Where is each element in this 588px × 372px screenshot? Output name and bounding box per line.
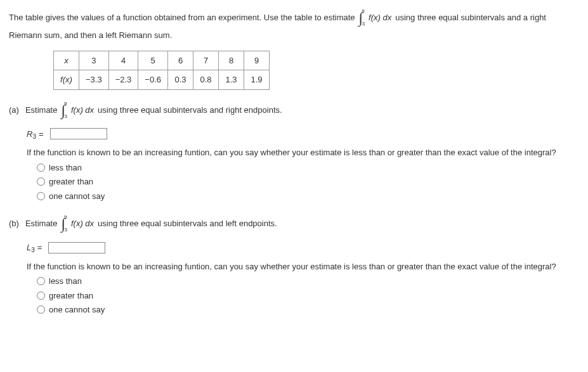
- estimate-text-b: Estimate: [25, 217, 58, 230]
- r3-input[interactable]: [50, 128, 107, 139]
- integral-expression: ∫ 9 3 f(x) dx: [359, 6, 392, 29]
- table-cell: −0.6: [138, 70, 168, 90]
- part-a-options: less than greater than one cannot say: [37, 162, 579, 203]
- table-cell: 1.3: [219, 70, 244, 90]
- part-b: (b) Estimate ∫ 9 3 f(x) dx using three e…: [9, 212, 579, 316]
- option-greater-than-b[interactable]: greater than: [37, 290, 579, 302]
- table-cell: 1.9: [244, 70, 270, 90]
- table-cell: 9: [244, 51, 270, 70]
- table-cell: 8: [219, 51, 244, 70]
- option-cannot-say-b[interactable]: one cannot say: [37, 304, 579, 316]
- r3-sub: 3: [32, 132, 36, 141]
- l3-input[interactable]: [48, 242, 105, 253]
- l3-var: L: [27, 241, 31, 254]
- intro-text: The table gives the values of a function…: [9, 6, 579, 42]
- table-cell: 3: [79, 51, 109, 70]
- radio-less-than-a[interactable]: [37, 164, 45, 172]
- r3-var: R: [27, 128, 32, 141]
- radio-cannot-say-a[interactable]: [37, 192, 45, 200]
- eq-sign: =: [39, 128, 44, 141]
- part-b-label: (b): [9, 217, 19, 230]
- intro-text-1: The table gives the values of a function…: [9, 11, 355, 24]
- option-label: greater than: [49, 176, 93, 188]
- part-a-followup: If the function is known to be an increa…: [27, 146, 572, 159]
- table-header-fx: f(x): [54, 70, 79, 90]
- integral-expression-a: ∫ 9 3 f(x) dx: [61, 99, 94, 122]
- option-less-than-a[interactable]: less than: [37, 162, 579, 174]
- estimate-text: Estimate: [25, 104, 58, 117]
- radio-greater-than-b[interactable]: [37, 292, 45, 300]
- option-greater-than-a[interactable]: greater than: [37, 176, 579, 188]
- radio-cannot-say-b[interactable]: [37, 305, 45, 314]
- table-cell: −3.3: [79, 70, 109, 90]
- table-cell: 0.8: [193, 70, 219, 90]
- eq-sign-b: =: [37, 241, 42, 254]
- option-label: greater than: [49, 290, 93, 302]
- radio-less-than-b[interactable]: [37, 277, 45, 285]
- part-a-tail: using three equal subintervals and right…: [98, 104, 282, 117]
- option-label: less than: [49, 275, 82, 288]
- part-a: (a) Estimate ∫ 9 3 f(x) dx using three e…: [9, 99, 579, 203]
- intro-text-2: using three equal subintervals and a rig…: [395, 11, 546, 24]
- table-cell: 6: [168, 51, 193, 70]
- part-b-options: less than greater than one cannot say: [37, 275, 579, 316]
- option-less-than-b[interactable]: less than: [37, 275, 579, 288]
- option-label: one cannot say: [49, 190, 105, 203]
- option-label: one cannot say: [49, 304, 105, 316]
- table-header-x: x: [54, 51, 79, 70]
- radio-greater-than-a[interactable]: [37, 177, 45, 186]
- part-b-tail: using three equal subintervals and left …: [98, 217, 277, 230]
- table-cell: 4: [108, 51, 138, 70]
- part-a-label: (a): [9, 104, 19, 117]
- table-cell: −2.3: [108, 70, 138, 90]
- table-cell: 0.3: [168, 70, 193, 90]
- data-table: x 3 4 5 6 7 8 9 f(x) −3.3 −2.3 −0.6 0.3 …: [53, 51, 270, 90]
- option-label: less than: [49, 162, 82, 174]
- option-cannot-say-a[interactable]: one cannot say: [37, 190, 579, 203]
- table-cell: 7: [193, 51, 219, 70]
- l3-sub: 3: [31, 245, 35, 255]
- integral-expression-b: ∫ 9 3 f(x) dx: [61, 212, 94, 235]
- intro-text-3: Riemann sum, and then a left Riemann sum…: [9, 29, 579, 42]
- part-b-followup: If the function is known to be an increa…: [27, 260, 572, 273]
- table-cell: 5: [138, 51, 168, 70]
